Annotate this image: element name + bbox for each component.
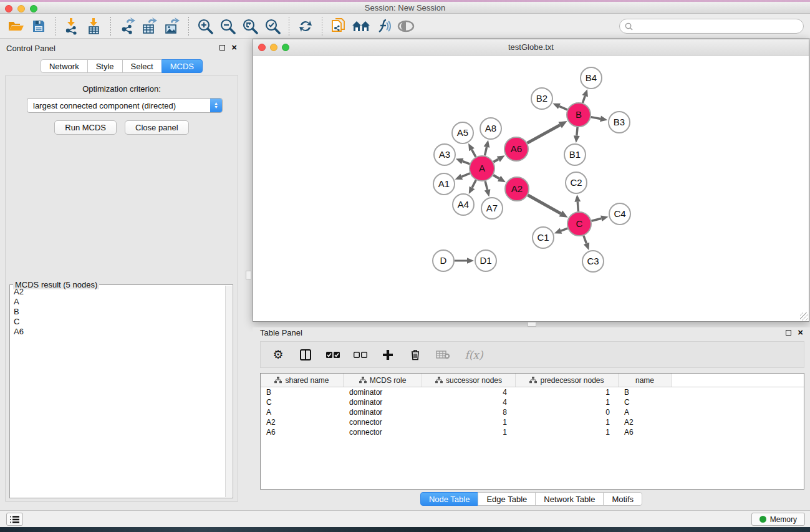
export-network-button[interactable] [116, 16, 138, 36]
result-item[interactable]: B [11, 307, 224, 317]
graph-edge-B-B1[interactable] [577, 127, 577, 136]
vizmapper-button[interactable] [372, 16, 395, 36]
result-item[interactable]: A [11, 297, 224, 307]
graph-edge-C-C3[interactable] [584, 236, 587, 244]
float-table-panel-icon[interactable] [786, 330, 791, 336]
table-row[interactable]: A2connector11A2 [261, 417, 804, 427]
graph-edge-B-B2[interactable] [559, 106, 567, 110]
result-scrollbar[interactable] [225, 286, 232, 497]
graph-node-B3[interactable]: B3 [609, 112, 630, 133]
tab-network[interactable]: Network [41, 59, 88, 73]
graph-node-C2[interactable]: C2 [566, 172, 587, 193]
memory-button[interactable]: Memory [751, 513, 805, 526]
add-column-button[interactable] [380, 347, 395, 362]
graph-edge-A-A1[interactable] [461, 173, 470, 177]
graph-edge-C-C1[interactable] [561, 228, 568, 231]
tab-node-table[interactable]: Node Table [420, 492, 479, 506]
graph-node-B4[interactable]: B4 [581, 67, 602, 89]
column-header-successor-nodes[interactable]: successor nodes [422, 374, 516, 387]
graph-node-A3[interactable]: A3 [434, 144, 455, 165]
graph-node-A4[interactable]: A4 [453, 194, 474, 215]
resize-grip[interactable] [800, 312, 808, 321]
graph-edge-B-B3[interactable] [591, 117, 600, 119]
graph-node-A2[interactable]: A2 [505, 177, 529, 201]
graph-edge-A-A4[interactable] [472, 180, 476, 188]
optimization-dropdown[interactable]: largest connected component (directed) ▲… [27, 98, 223, 113]
network-canvas[interactable]: AA6A2BCA1A3A4A5A7A8B1B2B3B4C1C2C3C4DD1 [254, 56, 808, 321]
tab-style[interactable]: Style [87, 59, 123, 73]
function-builder-button[interactable]: f(x) [463, 347, 485, 362]
tab-select[interactable]: Select [122, 59, 162, 73]
search-input[interactable] [635, 22, 803, 31]
column-header-name[interactable]: name [619, 374, 672, 387]
graph-node-D[interactable]: D [433, 250, 454, 271]
task-history-button[interactable] [6, 513, 23, 526]
zoom-in-button[interactable] [194, 16, 216, 36]
network-from-file-button[interactable] [327, 16, 350, 36]
graph-node-C1[interactable]: C1 [533, 227, 554, 248]
graph-node-B[interactable]: B [567, 103, 591, 127]
graph-node-A8[interactable]: A8 [480, 118, 501, 139]
result-item[interactable]: A6 [11, 327, 224, 337]
panel-divider-handle[interactable] [528, 322, 536, 327]
graph-edge-C-C2[interactable] [577, 201, 578, 211]
graph-node-B2[interactable]: B2 [531, 88, 552, 109]
hide-button[interactable] [395, 16, 417, 36]
graph-edge-A-A3[interactable] [463, 161, 470, 163]
show-columns-button[interactable] [298, 347, 313, 362]
tab-network-table[interactable]: Network Table [535, 492, 604, 506]
graph-edge-A-A8[interactable] [485, 147, 486, 156]
zoom-out-button[interactable] [216, 16, 239, 36]
graph-edge-B-B4[interactable] [582, 96, 585, 103]
graph-node-A1[interactable]: A1 [433, 173, 455, 195]
save-session-button[interactable] [27, 16, 50, 36]
graph-edge-A2-C[interactable] [528, 195, 561, 214]
table-settings-button[interactable]: ⚙ [271, 347, 286, 362]
select-all-button[interactable] [325, 347, 340, 362]
graph-edge-A-A6[interactable] [493, 159, 498, 162]
column-header-MCDS-role[interactable]: MCDS role [344, 374, 422, 387]
export-image-button[interactable] [161, 16, 183, 36]
close-table-panel-icon[interactable]: × [798, 329, 803, 336]
home-button[interactable] [350, 16, 372, 36]
graph-node-C3[interactable]: C3 [582, 251, 604, 272]
graph-node-D1[interactable]: D1 [475, 250, 496, 271]
table-row[interactable]: Cdominator41C [261, 397, 804, 407]
tab-mcds[interactable]: MCDS [162, 59, 203, 73]
table-row[interactable]: Adominator80A [261, 407, 804, 417]
zoom-selected-button[interactable] [261, 16, 284, 36]
column-header-shared-name[interactable]: shared name [261, 374, 344, 387]
table-row[interactable]: A6connector11A6 [261, 427, 804, 437]
delete-table-button[interactable] [435, 347, 450, 362]
float-panel-icon[interactable] [219, 45, 225, 51]
graph-node-B1[interactable]: B1 [564, 144, 586, 165]
graph-node-A7[interactable]: A7 [481, 198, 503, 219]
run-mcds-button[interactable]: Run MCDS [54, 120, 117, 135]
delete-column-button[interactable] [408, 347, 423, 362]
zoom-fit-button[interactable] [239, 16, 261, 36]
result-item[interactable]: A2 [11, 287, 224, 297]
close-panel-icon[interactable]: × [231, 44, 237, 51]
graph-edge-C-C4[interactable] [591, 218, 601, 221]
result-item[interactable]: C [11, 317, 224, 327]
tab-edge-table[interactable]: Edge Table [478, 492, 536, 506]
import-network-button[interactable] [60, 16, 83, 36]
graph-node-C[interactable]: C [567, 212, 591, 236]
column-header-predecessor-nodes[interactable]: predecessor nodes [516, 374, 619, 387]
graph-edge-A-A2[interactable] [493, 175, 499, 179]
graph-edge-A-A7[interactable] [485, 181, 488, 190]
table-row[interactable]: Bdominator41B [261, 387, 804, 397]
search-field[interactable] [619, 19, 804, 34]
graph-edge-A6-B[interactable] [528, 125, 561, 143]
panel-divider-handle[interactable] [246, 271, 251, 279]
network-titlebar[interactable]: testGlobe.txt [253, 39, 809, 56]
graph-node-A6[interactable]: A6 [504, 137, 528, 161]
deselect-all-button[interactable] [353, 347, 368, 362]
open-session-button[interactable] [5, 16, 27, 36]
graph-node-A[interactable]: A [470, 156, 494, 181]
graph-edge-A-A5[interactable] [472, 150, 476, 157]
tab-motifs[interactable]: Motifs [603, 492, 642, 506]
refresh-button[interactable] [294, 16, 317, 36]
export-table-button[interactable] [138, 16, 161, 36]
graph-node-C4[interactable]: C4 [609, 203, 630, 225]
